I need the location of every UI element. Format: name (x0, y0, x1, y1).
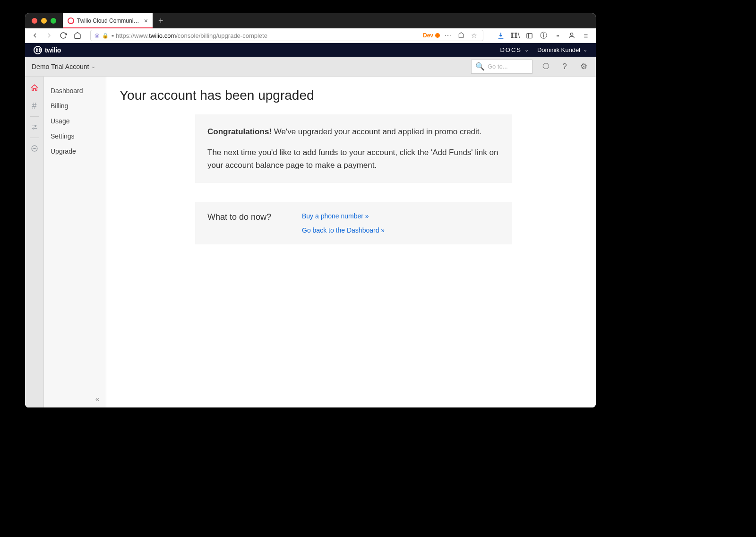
svg-point-7 (35, 148, 36, 148)
sidebar-item-upgrade[interactable]: Upgrade (44, 144, 106, 159)
account-icon[interactable] (566, 32, 578, 39)
extension-icon[interactable]: ▪▪ (551, 33, 564, 38)
page-title: Your account has been upgraded (120, 88, 586, 103)
permissions-icon: ▪▪ (112, 33, 113, 38)
library-icon[interactable]: 𝗜𝗜\ (509, 31, 521, 40)
user-menu[interactable]: Dominik Kundel⌄ (537, 46, 587, 53)
icon-rail: # (25, 77, 44, 407)
tab-title: Twilio Cloud Communications | (77, 17, 141, 24)
what-now-links: Buy a phone number » Go back to the Dash… (302, 212, 385, 234)
forward-button[interactable] (43, 29, 55, 42)
what-now-panel: What to do now? Buy a phone number » Go … (195, 202, 512, 244)
url-bar: ◎ 🔒 ▪▪ https://www.twilio.com/console/bi… (25, 28, 596, 43)
toolbar-icons: 𝗜𝗜\ ⓘ ▪▪ ≡ (490, 31, 592, 40)
chevron-down-icon: ⌄ (91, 63, 95, 69)
sidebar-icon[interactable] (523, 32, 535, 39)
svg-rect-0 (526, 33, 532, 38)
new-tab-button[interactable]: + (153, 16, 169, 26)
downloads-icon[interactable] (495, 32, 507, 39)
rail-more-icon[interactable] (25, 141, 44, 156)
url-domain: twilio.com (149, 32, 176, 39)
next-line: The next time you'd like to add funds to… (207, 147, 499, 172)
account-selector[interactable]: Demo Trial Account ⌄ (32, 63, 95, 70)
svg-point-2 (34, 125, 36, 127)
info-icon[interactable]: ⓘ (537, 31, 550, 40)
buy-number-link[interactable]: Buy a phone number » (302, 212, 385, 220)
twilio-logo-icon (34, 46, 42, 54)
search-icon: 🔍 (475, 62, 485, 71)
tab-bar: Twilio Cloud Communications | × + (25, 13, 596, 28)
home-button[interactable] (71, 29, 84, 42)
settings-icon[interactable]: ⚙ (578, 61, 589, 71)
chevron-down-icon: ⌄ (524, 47, 529, 53)
browser-window: Twilio Cloud Communications | × + ◎ 🔒 ▪▪… (25, 13, 596, 407)
bookmark-icon[interactable]: ☆ (469, 32, 479, 39)
congrats-text: We've upgraded your account and applied … (272, 127, 481, 136)
shield-icon: ◎ (94, 32, 99, 39)
close-tab-icon[interactable]: × (144, 17, 148, 25)
app-top-bar: twilio DOCS⌄ Dominik Kundel⌄ (25, 43, 596, 57)
sidebar-item-billing[interactable]: Billing (44, 98, 106, 113)
svg-point-5 (33, 148, 33, 148)
main-content: Your account has been upgraded Congratul… (106, 77, 596, 407)
svg-point-3 (33, 128, 34, 129)
collapse-sidebar-icon[interactable]: « (95, 395, 99, 403)
help-icon[interactable]: ? (559, 62, 570, 71)
congrats-label: Congratulations! (207, 127, 272, 136)
lock-icon: 🔒 (102, 33, 109, 39)
congrats-panel: Congratulations! We've upgraded your acc… (195, 114, 512, 183)
app-body: # Dashboard Billing Usage Settings Upgra… (25, 77, 596, 407)
top-right: DOCS⌄ Dominik Kundel⌄ (500, 46, 587, 53)
svg-point-1 (570, 33, 573, 35)
window-controls (25, 18, 63, 24)
back-button[interactable] (29, 29, 41, 42)
dev-badge: Dev (423, 32, 440, 39)
page-actions-icon[interactable]: ⋯ (443, 32, 453, 39)
sidebar-item-dashboard[interactable]: Dashboard (44, 83, 106, 98)
reader-icon[interactable] (456, 32, 466, 40)
maximize-window-button[interactable] (51, 18, 56, 24)
congrats-line: Congratulations! We've upgraded your acc… (207, 126, 499, 138)
address-bar[interactable]: ◎ 🔒 ▪▪ https://www.twilio.com/console/bi… (90, 30, 483, 41)
rail-home-icon[interactable] (25, 80, 44, 95)
twilio-logo[interactable]: twilio (34, 46, 61, 54)
debug-icon[interactable]: ⎔ (540, 61, 551, 71)
url-prefix: https://www. (116, 32, 149, 39)
close-window-button[interactable] (32, 18, 37, 24)
search-box[interactable]: 🔍 (471, 60, 533, 74)
rail-sliders-icon[interactable] (25, 120, 44, 135)
rail-hash-icon[interactable]: # (25, 98, 44, 113)
logo-text: twilio (45, 46, 61, 54)
minimize-window-button[interactable] (41, 18, 47, 24)
account-bar-right: 🔍 ⎔ ? ⚙ (471, 60, 589, 74)
account-name: Demo Trial Account (32, 63, 89, 70)
sidebar: Dashboard Billing Usage Settings Upgrade… (44, 77, 106, 407)
menu-icon[interactable]: ≡ (580, 32, 592, 40)
svg-point-6 (34, 148, 34, 148)
sidebar-item-usage[interactable]: Usage (44, 113, 106, 129)
search-input[interactable] (488, 63, 528, 70)
sidebar-item-settings[interactable]: Settings (44, 129, 106, 144)
url-text: https://www.twilio.com/console/billing/u… (116, 32, 420, 39)
twilio-favicon-icon (68, 17, 74, 24)
reload-button[interactable] (57, 29, 69, 42)
dev-dot-icon (435, 33, 440, 38)
chevron-down-icon: ⌄ (583, 47, 587, 53)
docs-link[interactable]: DOCS⌄ (500, 46, 529, 53)
dashboard-link[interactable]: Go back to the Dashboard » (302, 226, 385, 234)
what-now-label: What to do now? (207, 212, 302, 234)
browser-tab[interactable]: Twilio Cloud Communications | × (63, 13, 153, 28)
account-bar: Demo Trial Account ⌄ 🔍 ⎔ ? ⚙ (25, 57, 596, 77)
url-path: /console/billing/upgrade-complete (176, 32, 267, 39)
